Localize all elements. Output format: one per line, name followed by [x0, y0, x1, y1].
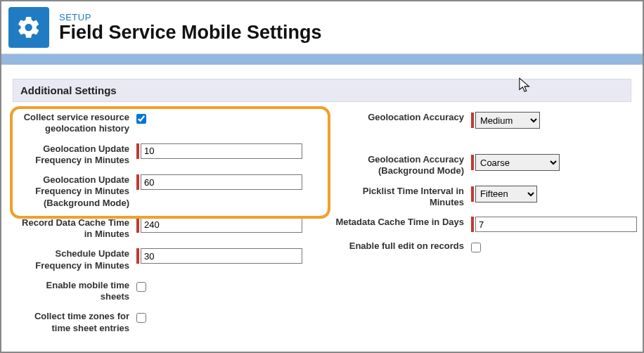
row-geo-update: Geolocation Update Frequency in Minutes	[17, 143, 302, 167]
label-geo-update-bg: Geolocation Update Frequency in Minutes …	[17, 174, 136, 209]
page-header: SETUP Field Service Mobile Settings	[1, 1, 643, 53]
select-picklist-interval[interactable]: Fifteen	[475, 186, 537, 203]
required-indicator	[471, 186, 474, 202]
header-eyebrow: SETUP	[59, 12, 322, 23]
label-timezones: Collect time zones for time sheet entrie…	[17, 311, 136, 334]
left-column: Collect service resource geolocation his…	[17, 112, 302, 342]
row-schedule-update: Schedule Update Frequency in Minutes	[17, 248, 302, 271]
label-full-edit: Enable full edit on records	[330, 240, 471, 252]
row-meta-cache: Metadata Cache Time in Days	[330, 217, 637, 232]
app-window: SETUP Field Service Mobile Settings Addi…	[0, 0, 644, 353]
decorative-ribbon	[1, 53, 643, 65]
label-meta-cache: Metadata Cache Time in Days	[330, 217, 471, 228]
label-record-cache: Record Data Cache Time in Minutes	[17, 217, 136, 240]
settings-body: Additional Settings Collect service reso…	[1, 65, 643, 342]
input-meta-cache[interactable]	[475, 217, 637, 232]
row-picklist-interval: Picklist Time Interval in Minutes Fiftee…	[330, 186, 637, 209]
row-full-edit: Enable full edit on records	[330, 240, 637, 252]
setup-gear-icon	[8, 7, 49, 48]
label-geo-accuracy-bg: Geolocation Accuracy (Background Mode)	[330, 154, 471, 177]
checkbox-collect-history[interactable]	[136, 114, 146, 124]
label-mobile-ts: Enable mobile time sheets	[17, 280, 136, 303]
row-mobile-ts: Enable mobile time sheets	[17, 280, 302, 303]
page-title: Field Service Mobile Settings	[59, 22, 322, 44]
label-picklist-interval: Picklist Time Interval in Minutes	[330, 186, 471, 209]
input-geo-update[interactable]	[141, 143, 302, 159]
required-indicator	[136, 248, 139, 264]
required-indicator	[136, 217, 139, 233]
input-record-cache[interactable]	[141, 217, 302, 233]
required-indicator	[471, 217, 474, 232]
row-geo-accuracy-bg: Geolocation Accuracy (Background Mode) C…	[330, 154, 637, 177]
checkbox-full-edit[interactable]	[471, 243, 481, 252]
right-column: Geolocation Accuracy Medium Geolocation …	[330, 112, 637, 342]
checkbox-mobile-ts[interactable]	[136, 282, 146, 292]
required-indicator	[471, 155, 474, 170]
input-schedule-update[interactable]	[141, 248, 302, 264]
label-collect-history: Collect service resource geolocation his…	[17, 112, 136, 135]
label-geo-update: Geolocation Update Frequency in Minutes	[17, 143, 136, 167]
input-geo-update-bg[interactable]	[141, 174, 302, 190]
row-geo-update-bg: Geolocation Update Frequency in Minutes …	[17, 174, 302, 209]
required-indicator	[136, 143, 139, 159]
row-collect-history: Collect service resource geolocation his…	[17, 112, 302, 135]
required-indicator	[471, 113, 474, 128]
row-timezones: Collect time zones for time sheet entrie…	[17, 311, 302, 334]
settings-grid: Collect service resource geolocation his…	[13, 112, 631, 342]
row-record-cache: Record Data Cache Time in Minutes	[17, 217, 302, 240]
row-geo-accuracy: Geolocation Accuracy Medium	[330, 112, 637, 129]
checkbox-timezones[interactable]	[136, 313, 146, 323]
section-header: Additional Settings	[13, 79, 631, 102]
label-geo-accuracy: Geolocation Accuracy	[330, 112, 471, 123]
select-geo-accuracy-bg[interactable]: Coarse	[475, 154, 560, 171]
header-text: SETUP Field Service Mobile Settings	[59, 12, 322, 44]
select-geo-accuracy[interactable]: Medium	[475, 112, 540, 129]
required-indicator	[136, 174, 139, 190]
label-schedule-update: Schedule Update Frequency in Minutes	[17, 248, 136, 271]
